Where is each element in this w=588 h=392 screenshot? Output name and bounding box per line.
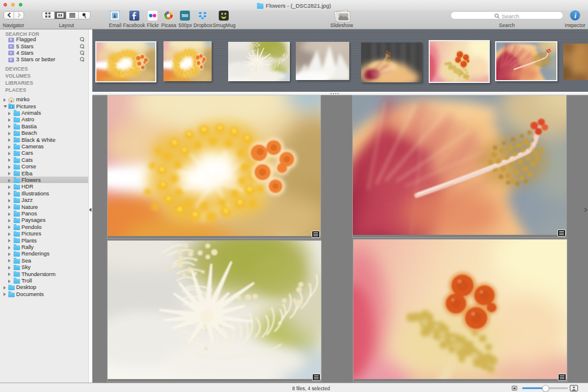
svg-text:i: i [574,12,577,20]
svg-text:500: 500 [182,14,188,18]
